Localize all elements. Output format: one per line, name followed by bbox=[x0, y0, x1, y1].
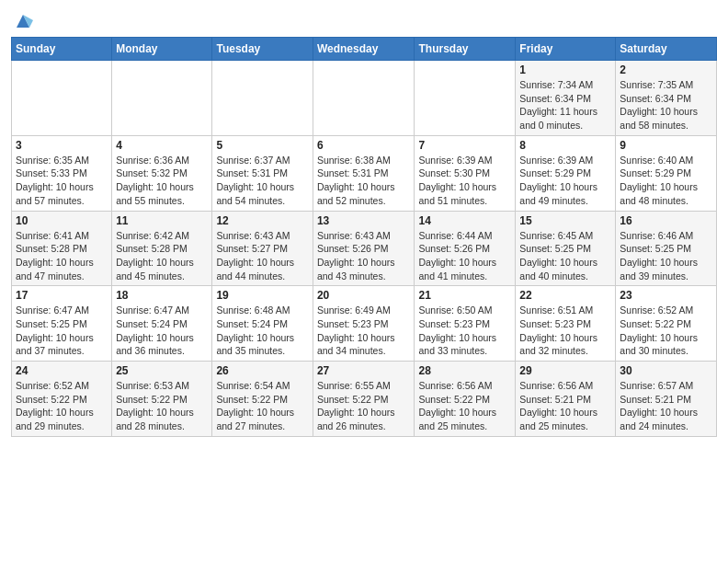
day-number: 8 bbox=[519, 139, 611, 152]
day-info: Sunrise: 6:38 AMSunset: 5:31 PMDaylight:… bbox=[317, 154, 411, 208]
day-info: Sunrise: 6:40 AMSunset: 5:29 PMDaylight:… bbox=[620, 154, 712, 208]
day-cell: 20Sunrise: 6:49 AMSunset: 5:23 PMDayligh… bbox=[313, 286, 415, 362]
day-cell: 19Sunrise: 6:48 AMSunset: 5:24 PMDayligh… bbox=[212, 286, 313, 362]
day-number: 4 bbox=[116, 139, 208, 152]
day-number: 7 bbox=[418, 139, 511, 152]
day-number: 15 bbox=[519, 214, 611, 227]
day-number: 24 bbox=[16, 364, 108, 377]
day-number: 1 bbox=[519, 63, 611, 76]
day-info: Sunrise: 6:48 AMSunset: 5:24 PMDaylight:… bbox=[216, 304, 308, 358]
day-number: 28 bbox=[418, 364, 511, 377]
day-number: 19 bbox=[216, 289, 308, 302]
day-info: Sunrise: 7:35 AMSunset: 6:34 PMDaylight:… bbox=[620, 78, 712, 132]
day-info: Sunrise: 6:50 AMSunset: 5:23 PMDaylight:… bbox=[418, 304, 511, 358]
day-header-wednesday: Wednesday bbox=[313, 38, 415, 61]
week-row-0: 1Sunrise: 7:34 AMSunset: 6:34 PMDaylight… bbox=[12, 61, 717, 136]
calendar-table: SundayMondayTuesdayWednesdayThursdayFrid… bbox=[11, 37, 717, 437]
day-info: Sunrise: 6:49 AMSunset: 5:23 PMDaylight:… bbox=[317, 304, 411, 358]
day-header-monday: Monday bbox=[112, 38, 212, 61]
day-number: 2 bbox=[620, 63, 712, 76]
day-info: Sunrise: 7:34 AMSunset: 6:34 PMDaylight:… bbox=[519, 78, 611, 132]
day-cell bbox=[112, 61, 212, 136]
day-cell: 1Sunrise: 7:34 AMSunset: 6:34 PMDaylight… bbox=[516, 61, 616, 136]
day-header-friday: Friday bbox=[516, 38, 616, 61]
day-info: Sunrise: 6:47 AMSunset: 5:25 PMDaylight:… bbox=[16, 304, 108, 358]
day-cell: 9Sunrise: 6:40 AMSunset: 5:29 PMDaylight… bbox=[616, 135, 717, 211]
header-row: SundayMondayTuesdayWednesdayThursdayFrid… bbox=[12, 38, 717, 61]
day-info: Sunrise: 6:52 AMSunset: 5:22 PMDaylight:… bbox=[16, 379, 108, 433]
day-info: Sunrise: 6:57 AMSunset: 5:21 PMDaylight:… bbox=[620, 379, 712, 433]
day-cell: 27Sunrise: 6:55 AMSunset: 5:22 PMDayligh… bbox=[313, 362, 415, 437]
day-number: 14 bbox=[418, 214, 511, 227]
day-cell bbox=[212, 61, 313, 136]
day-info: Sunrise: 6:56 AMSunset: 5:21 PMDaylight:… bbox=[519, 379, 611, 433]
calendar-body: 1Sunrise: 7:34 AMSunset: 6:34 PMDaylight… bbox=[12, 61, 717, 437]
day-number: 17 bbox=[16, 289, 108, 302]
logo-icon bbox=[13, 11, 33, 31]
day-info: Sunrise: 6:56 AMSunset: 5:22 PMDaylight:… bbox=[418, 379, 511, 433]
day-number: 25 bbox=[116, 364, 208, 377]
day-cell: 6Sunrise: 6:38 AMSunset: 5:31 PMDaylight… bbox=[313, 135, 415, 211]
week-row-3: 17Sunrise: 6:47 AMSunset: 5:25 PMDayligh… bbox=[12, 286, 717, 362]
day-cell: 30Sunrise: 6:57 AMSunset: 5:21 PMDayligh… bbox=[616, 362, 717, 437]
day-cell: 7Sunrise: 6:39 AMSunset: 5:30 PMDaylight… bbox=[415, 135, 516, 211]
day-cell: 22Sunrise: 6:51 AMSunset: 5:23 PMDayligh… bbox=[516, 286, 616, 362]
day-cell: 29Sunrise: 6:56 AMSunset: 5:21 PMDayligh… bbox=[516, 362, 616, 437]
day-cell: 28Sunrise: 6:56 AMSunset: 5:22 PMDayligh… bbox=[415, 362, 516, 437]
week-row-2: 10Sunrise: 6:41 AMSunset: 5:28 PMDayligh… bbox=[12, 211, 717, 286]
week-row-4: 24Sunrise: 6:52 AMSunset: 5:22 PMDayligh… bbox=[12, 362, 717, 437]
day-cell: 26Sunrise: 6:54 AMSunset: 5:22 PMDayligh… bbox=[212, 362, 313, 437]
calendar-header: SundayMondayTuesdayWednesdayThursdayFrid… bbox=[12, 38, 717, 61]
day-number: 30 bbox=[620, 364, 712, 377]
day-info: Sunrise: 6:54 AMSunset: 5:22 PMDaylight:… bbox=[216, 379, 308, 433]
day-number: 23 bbox=[620, 289, 712, 302]
day-cell: 12Sunrise: 6:43 AMSunset: 5:27 PMDayligh… bbox=[212, 211, 313, 286]
day-header-thursday: Thursday bbox=[415, 38, 516, 61]
day-cell: 11Sunrise: 6:42 AMSunset: 5:28 PMDayligh… bbox=[112, 211, 212, 286]
day-info: Sunrise: 6:45 AMSunset: 5:25 PMDaylight:… bbox=[519, 229, 611, 283]
day-header-sunday: Sunday bbox=[12, 38, 112, 61]
day-header-tuesday: Tuesday bbox=[212, 38, 313, 61]
day-number: 10 bbox=[16, 214, 108, 227]
day-number: 16 bbox=[620, 214, 712, 227]
day-number: 21 bbox=[418, 289, 511, 302]
day-number: 27 bbox=[317, 364, 411, 377]
day-cell: 24Sunrise: 6:52 AMSunset: 5:22 PMDayligh… bbox=[12, 362, 112, 437]
day-number: 3 bbox=[16, 139, 108, 152]
day-cell: 3Sunrise: 6:35 AMSunset: 5:33 PMDaylight… bbox=[12, 135, 112, 211]
logo bbox=[11, 13, 33, 31]
day-number: 12 bbox=[216, 214, 308, 227]
day-info: Sunrise: 6:53 AMSunset: 5:22 PMDaylight:… bbox=[116, 379, 208, 433]
day-cell: 25Sunrise: 6:53 AMSunset: 5:22 PMDayligh… bbox=[112, 362, 212, 437]
day-info: Sunrise: 6:44 AMSunset: 5:26 PMDaylight:… bbox=[418, 229, 511, 283]
day-info: Sunrise: 6:35 AMSunset: 5:33 PMDaylight:… bbox=[16, 154, 108, 208]
day-info: Sunrise: 6:39 AMSunset: 5:29 PMDaylight:… bbox=[519, 154, 611, 208]
day-info: Sunrise: 6:39 AMSunset: 5:30 PMDaylight:… bbox=[418, 154, 511, 208]
day-info: Sunrise: 6:52 AMSunset: 5:22 PMDaylight:… bbox=[620, 304, 712, 358]
day-number: 20 bbox=[317, 289, 411, 302]
day-info: Sunrise: 6:55 AMSunset: 5:22 PMDaylight:… bbox=[317, 379, 411, 433]
day-info: Sunrise: 6:42 AMSunset: 5:28 PMDaylight:… bbox=[116, 229, 208, 283]
day-header-saturday: Saturday bbox=[616, 38, 717, 61]
day-cell bbox=[313, 61, 415, 136]
day-cell: 16Sunrise: 6:46 AMSunset: 5:25 PMDayligh… bbox=[616, 211, 717, 286]
header bbox=[11, 9, 717, 31]
day-cell: 13Sunrise: 6:43 AMSunset: 5:26 PMDayligh… bbox=[313, 211, 415, 286]
day-info: Sunrise: 6:43 AMSunset: 5:26 PMDaylight:… bbox=[317, 229, 411, 283]
day-info: Sunrise: 6:43 AMSunset: 5:27 PMDaylight:… bbox=[216, 229, 308, 283]
day-number: 26 bbox=[216, 364, 308, 377]
day-number: 13 bbox=[317, 214, 411, 227]
day-number: 22 bbox=[519, 289, 611, 302]
day-cell: 21Sunrise: 6:50 AMSunset: 5:23 PMDayligh… bbox=[415, 286, 516, 362]
day-cell: 2Sunrise: 7:35 AMSunset: 6:34 PMDaylight… bbox=[616, 61, 717, 136]
day-number: 5 bbox=[216, 139, 308, 152]
day-number: 18 bbox=[116, 289, 208, 302]
day-number: 9 bbox=[620, 139, 712, 152]
day-info: Sunrise: 6:41 AMSunset: 5:28 PMDaylight:… bbox=[16, 229, 108, 283]
day-cell: 10Sunrise: 6:41 AMSunset: 5:28 PMDayligh… bbox=[12, 211, 112, 286]
day-info: Sunrise: 6:37 AMSunset: 5:31 PMDaylight:… bbox=[216, 154, 308, 208]
day-info: Sunrise: 6:47 AMSunset: 5:24 PMDaylight:… bbox=[116, 304, 208, 358]
page-container: SundayMondayTuesdayWednesdayThursdayFrid… bbox=[0, 0, 728, 446]
day-number: 29 bbox=[519, 364, 611, 377]
day-info: Sunrise: 6:36 AMSunset: 5:32 PMDaylight:… bbox=[116, 154, 208, 208]
